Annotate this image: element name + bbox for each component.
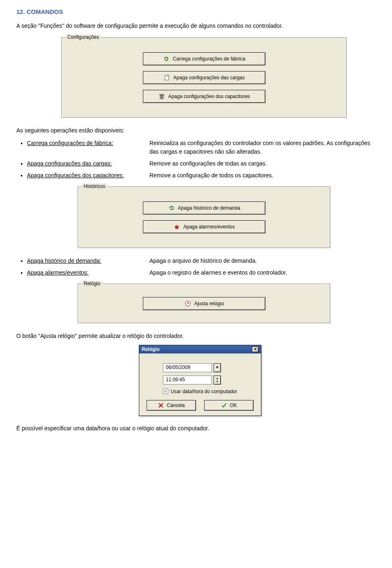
- fieldset-configuracoes: Configurações Carrega configurações de f…: [61, 37, 347, 118]
- chevron-up-icon: ▲: [216, 377, 219, 380]
- dropdown-button[interactable]: ▼: [214, 363, 221, 372]
- chevron-down-icon: ▼: [216, 380, 219, 383]
- check-icon: [221, 402, 227, 409]
- desc: Apaga o arquivo de histórico de demanda.: [149, 257, 257, 264]
- dialog-titlebar: Relógio ✕: [139, 345, 261, 353]
- fieldset-legend: Relógio: [82, 281, 102, 286]
- button-label: Cancela: [167, 403, 185, 408]
- footer-paragraph: É possível especificar uma data/hora ou …: [16, 424, 376, 432]
- clock-paragraph: O botão "Ajusta relógio" permite atualiz…: [16, 332, 376, 340]
- dialog-title: Relógio: [142, 347, 160, 352]
- button-apaga-cargas[interactable]: Apaga configurações das cargas: [143, 71, 265, 84]
- list-item: Apaga configurações dos capacitores: Rem…: [27, 171, 376, 180]
- button-label: Carrega configurações de fábrica: [173, 56, 245, 62]
- button-label: Ajusta relógio: [194, 301, 224, 306]
- cross-icon: [158, 402, 164, 409]
- button-label: Apaga histórico de demanda: [178, 205, 241, 211]
- cancel-button[interactable]: Cancela: [147, 400, 196, 411]
- list-item: Apaga histórico de demanda: Apaga o arqu…: [27, 257, 376, 265]
- list1-lead: As seguintes operações estão disponiveis…: [16, 126, 376, 134]
- time-field-row: 11:09:45 ▲ ▼: [163, 376, 254, 385]
- blank-doc-icon: [164, 74, 170, 81]
- checkbox-label: Usar data/hora do computador: [171, 389, 237, 394]
- refresh-icon: [163, 56, 169, 62]
- desc: Reinicializa as configurações do control…: [149, 140, 370, 155]
- term: Apaga configurações das cargas:: [27, 160, 112, 167]
- spinner-button[interactable]: ▲ ▼: [214, 376, 221, 385]
- operations-list-2: Apaga histórico de demanda: Apaga o arqu…: [27, 257, 376, 277]
- ok-button[interactable]: OK: [204, 400, 254, 411]
- term: Apaga histórico de demanda:: [27, 257, 101, 264]
- list-item: Apaga configurações das cargas: Remove a…: [27, 159, 376, 168]
- list-item: Carrega configurações de fábrica: Reinic…: [27, 139, 376, 156]
- term: Carrega configurações de fábrica:: [27, 140, 113, 146]
- fieldset-legend: Configurações: [66, 34, 100, 40]
- button-apaga-historico[interactable]: Apaga histórico de demanda: [143, 201, 265, 215]
- list-item: Apaga alarmes/eventos: Apaga o registro …: [27, 268, 376, 277]
- date-input[interactable]: 06/05/2009: [163, 363, 212, 372]
- desc: Remove a configuração de todos os capaci…: [149, 172, 274, 179]
- desc: Apaga o registro de alarmes e eventos do…: [149, 269, 287, 276]
- operations-list-1: Carrega configurações de fábrica: Reinic…: [27, 139, 376, 180]
- date-field-row: 06/05/2009 ▼: [163, 363, 254, 372]
- close-icon[interactable]: ✕: [252, 347, 258, 352]
- desc: Remove as configurações de todas as carg…: [149, 160, 267, 167]
- fieldset-relogio: Relógio Ajusta relógio: [78, 284, 331, 324]
- button-carrega-fabrica[interactable]: Carrega configurações de fábrica: [143, 52, 265, 65]
- refresh-icon: [168, 205, 175, 211]
- button-label: Apaga configurações das cargas: [174, 75, 245, 81]
- button-label: Apaga configurações dos capacitores: [168, 94, 250, 99]
- section-title: 12. COMANDOS: [16, 8, 376, 15]
- term: Apaga configurações dos capacitores:: [27, 172, 124, 179]
- trash-icon: [158, 93, 165, 100]
- intro-paragraph: A seção "Funções" do software de configu…: [16, 22, 376, 30]
- button-ajusta-relogio[interactable]: Ajusta relógio: [143, 297, 265, 310]
- button-apaga-capacitores[interactable]: Apaga configurações dos capacitores: [143, 90, 265, 103]
- clock-icon: [185, 300, 191, 307]
- checkbox[interactable]: ✓: [163, 389, 168, 394]
- alarm-icon: [174, 224, 180, 230]
- fieldset-historicos: Históricos Apaga histórico de demanda Ap…: [78, 186, 331, 248]
- checkbox-row[interactable]: ✓ Usar data/hora do computador: [163, 389, 254, 394]
- button-label: Apaga alarmes/eventos: [183, 224, 235, 230]
- term: Apaga alarmes/eventos:: [27, 269, 89, 276]
- dialog-relogio: Relógio ✕ 06/05/2009 ▼ 11:09:45 ▲ ▼ ✓ Us…: [139, 345, 261, 416]
- button-label: OK: [230, 403, 237, 408]
- fieldset-legend: Históricos: [82, 183, 107, 189]
- button-apaga-alarmes[interactable]: Apaga alarmes/eventos: [143, 220, 265, 233]
- time-input[interactable]: 11:09:45: [163, 376, 212, 385]
